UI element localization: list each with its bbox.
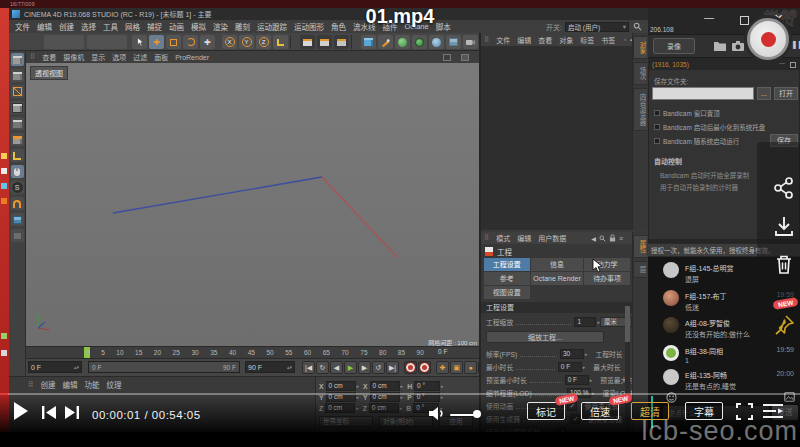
attr-menu-userdata[interactable]: 用户数据 [538, 233, 566, 243]
dock-tab-content-browser[interactable]: 内容浏览器 [633, 88, 647, 131]
search-icon[interactable] [599, 235, 606, 242]
end-frame-field[interactable]: 90 F▴▾ [245, 361, 295, 373]
preview-min-field[interactable]: 0 F [565, 375, 589, 385]
mat-menu-texture[interactable]: 纹理 [107, 379, 122, 390]
avatar[interactable] [663, 262, 679, 278]
open-button[interactable]: 打开 [774, 87, 798, 100]
add-pen-icon[interactable] [378, 35, 393, 49]
render-picture-viewer-icon[interactable] [317, 35, 332, 49]
mat-menu-create[interactable]: 创建 [41, 379, 56, 390]
axis-mode-icon[interactable]: S [11, 181, 24, 194]
dock-tab-attributes[interactable]: 属性 [633, 235, 647, 258]
dock-tab-layers[interactable]: 层 [633, 261, 647, 278]
size-x-field[interactable]: 0 cm [370, 381, 400, 391]
polygons-mode-icon[interactable] [11, 133, 24, 146]
save-folder-input[interactable] [652, 87, 754, 100]
pause-icon[interactable]: ❚❚ [791, 40, 800, 49]
trash-icon[interactable] [772, 252, 796, 276]
speed-button[interactable]: 倍速NEW [581, 402, 619, 420]
min-time-field[interactable]: 0 F [558, 362, 582, 372]
option-checkbox[interactable] [654, 138, 660, 144]
add-environment-icon[interactable] [429, 35, 444, 49]
lock-workplane-icon[interactable] [11, 213, 24, 226]
play-reverse-button[interactable]: ↺ [372, 361, 385, 374]
attr-menu-edit[interactable]: 编辑 [517, 233, 531, 243]
vp-menu-prorender[interactable]: ProRender [175, 54, 209, 61]
avatar[interactable] [663, 369, 679, 385]
autokey-button[interactable] [418, 361, 431, 374]
play-icon[interactable] [13, 401, 29, 421]
fps-field[interactable]: 30 [560, 349, 584, 359]
workplane-icon[interactable] [11, 149, 24, 162]
next-video-icon[interactable] [64, 406, 79, 419]
attr-scrollbar-thumb[interactable] [625, 306, 630, 342]
pos-x-field[interactable]: 0 cm [326, 381, 356, 391]
redo-box[interactable] [87, 35, 127, 49]
mark-button[interactable]: 标记NEW [527, 402, 565, 420]
vp-menu-cameras[interactable]: 摄像机 [63, 52, 84, 62]
render-settings-icon[interactable] [334, 35, 349, 49]
search-icon[interactable] [624, 36, 626, 44]
dock-tab-objects[interactable]: 对象 [633, 36, 647, 59]
attr-menu-mode[interactable]: 模式 [496, 233, 510, 243]
current-frame-field[interactable]: 0 F▴▾ [28, 361, 82, 373]
add-generator-icon[interactable] [395, 35, 410, 49]
record-keyframe-button[interactable] [404, 361, 417, 374]
play-button[interactable]: ▶ [344, 361, 357, 374]
vp-menu-options[interactable]: 选项 [112, 52, 126, 62]
points-mode-icon[interactable] [11, 101, 24, 114]
y-axis-lock-icon[interactable]: Y [239, 35, 254, 49]
pin-icon[interactable] [772, 313, 796, 337]
edges-mode-icon[interactable] [11, 117, 24, 130]
prev-frame-button[interactable]: ◀ [330, 361, 343, 374]
scale-project-button[interactable]: 缩放工程... [486, 331, 604, 343]
record-mode-tab[interactable]: 录像 [653, 38, 695, 54]
vp-menu-view[interactable]: 查看 [42, 52, 56, 62]
attr-tab-todo[interactable]: 待办事项 [584, 272, 630, 285]
attr-tab-view-settings[interactable]: 视图设置 [484, 286, 530, 299]
z-axis-lock-icon[interactable]: Z [256, 35, 271, 49]
settings-minimize-icon[interactable]: — [779, 60, 785, 68]
download-icon[interactable] [772, 214, 796, 238]
browse-button[interactable]: ... [757, 87, 771, 100]
add-deformer-icon[interactable] [412, 35, 427, 49]
attr-section-header[interactable]: 工程设置 [481, 302, 632, 313]
vp-menu-panel[interactable]: 面板 [154, 52, 168, 62]
rotate-tool-icon[interactable] [183, 35, 198, 49]
planar-workplane-icon[interactable] [11, 229, 24, 242]
attr-tab-project-settings[interactable]: 工程设置 [484, 258, 530, 271]
om-menu-file[interactable]: 文件 [496, 35, 510, 45]
add-camera-icon[interactable] [463, 35, 478, 49]
next-frame-button[interactable]: ▶ [358, 361, 371, 374]
om-menu-bookmarks[interactable]: 书签 [601, 35, 615, 45]
key-scale-icon[interactable]: ▣ [450, 361, 463, 374]
model-mode-icon[interactable] [11, 53, 24, 66]
add-array-icon[interactable] [446, 35, 461, 49]
snap-icon[interactable] [11, 165, 24, 178]
vp-menu-display[interactable]: 显示 [91, 52, 105, 62]
avatar[interactable] [663, 345, 679, 361]
lock-icon[interactable] [609, 234, 616, 242]
add-cube-icon[interactable] [361, 35, 376, 49]
progress-bar-track[interactable] [0, 393, 800, 395]
scale-value-field[interactable]: 1 [574, 317, 596, 327]
avatar[interactable] [663, 317, 679, 333]
loop-button[interactable]: ↻ [316, 361, 329, 374]
goto-start-button[interactable]: |◀ [302, 361, 315, 374]
camera-icon[interactable] [732, 41, 744, 51]
previous-video-icon[interactable] [42, 406, 57, 419]
vp-corner-icon[interactable] [443, 54, 451, 61]
om-menu-tags[interactable]: 标签 [580, 35, 594, 45]
vp-menu-filter[interactable]: 过滤 [133, 52, 147, 62]
mat-menu-function[interactable]: 功能 [85, 379, 100, 390]
texture-mode-icon[interactable] [11, 69, 24, 82]
frame-range-slider[interactable]: 0 F90 F [88, 361, 240, 373]
render-view-icon[interactable] [300, 35, 315, 49]
back-arrow-icon[interactable]: ◀ [591, 235, 596, 242]
select-tool-icon[interactable] [132, 35, 147, 49]
goto-end-button[interactable]: ▶| [386, 361, 399, 374]
x-axis-lock-icon[interactable]: X [222, 35, 237, 49]
avatar[interactable] [663, 290, 679, 306]
om-menu-objects[interactable]: 对象 [559, 35, 573, 45]
undo-box[interactable] [44, 35, 84, 49]
